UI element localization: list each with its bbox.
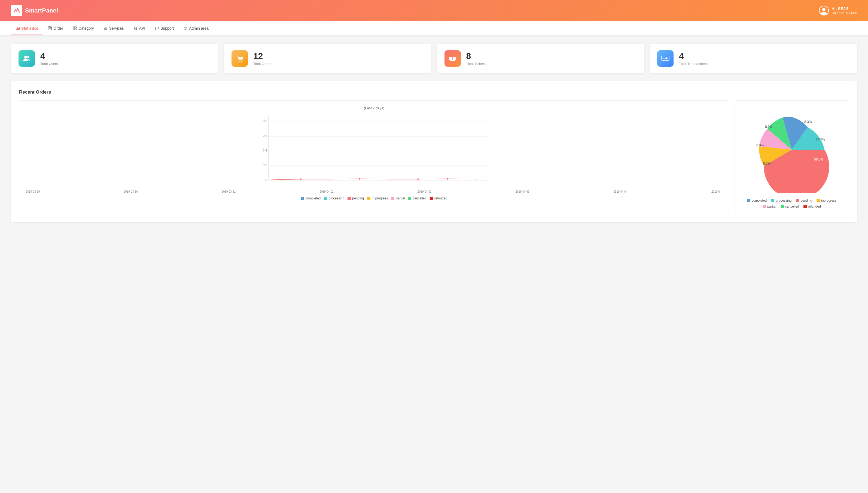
svg-point-39 xyxy=(359,178,360,179)
svg-rect-5 xyxy=(18,28,19,30)
pie-legend-refunded: refunded xyxy=(804,205,821,209)
nav-admin-label: Admin area xyxy=(189,26,209,30)
nav-statistics[interactable]: Statistics xyxy=(11,21,43,35)
svg-text:8.3%: 8.3% xyxy=(765,125,773,129)
legend-processing: processing xyxy=(324,196,344,200)
line-chart-area: 0 0.2 0.4 0.6 0.8 xyxy=(25,113,723,189)
svg-point-25 xyxy=(241,61,242,62)
orders-label: Total Orders xyxy=(253,62,272,66)
stat-card-transactions: 4 Total Transactions xyxy=(650,44,857,73)
line-chart-svg: 0 0.2 0.4 0.6 0.8 xyxy=(25,113,723,189)
pie-legend-partial: partial xyxy=(763,205,776,209)
legend-refunded-label: refunded xyxy=(435,196,447,200)
pie-legend-cancelled: cancelled xyxy=(781,205,799,209)
svg-rect-6 xyxy=(19,27,20,30)
logo: SmartPanel xyxy=(11,5,58,16)
nav-category-label: Category xyxy=(78,26,94,30)
x-label-4: 2019-04-02 xyxy=(418,190,431,193)
legend-pending: pending xyxy=(347,196,364,200)
x-label-1: 2019-03-30 xyxy=(124,190,138,193)
stat-card-users: 4 Total Users xyxy=(11,44,218,73)
transactions-count: 4 xyxy=(679,51,708,61)
main-content: 4 Total Users 12 Total Orders 8 Total Ti… xyxy=(0,36,868,231)
svg-point-40 xyxy=(417,178,419,180)
svg-rect-11 xyxy=(73,27,75,28)
nav-statistics-label: Statistics xyxy=(21,26,38,30)
legend-completed: completed xyxy=(301,196,321,200)
user-balance: Balance: $1,060 xyxy=(831,11,857,15)
cart-icon xyxy=(231,50,248,67)
svg-rect-14 xyxy=(75,28,77,30)
nav-order-label: Order xyxy=(54,26,63,30)
x-label-5: 2019-04-03 xyxy=(516,190,529,193)
svg-text:0: 0 xyxy=(265,178,267,181)
nav-order[interactable]: Order xyxy=(43,21,68,35)
svg-point-1 xyxy=(822,8,826,11)
user-greeting: Hi, SEJI! xyxy=(831,6,857,11)
chat-icon xyxy=(155,26,159,30)
svg-point-2 xyxy=(821,12,827,15)
users-icon xyxy=(19,50,35,67)
transactions-icon xyxy=(657,50,673,67)
nav-bar: Statistics Order Category Services API S… xyxy=(0,21,868,36)
svg-text:0.4: 0.4 xyxy=(263,149,267,152)
pie-legend-processing-label: processing xyxy=(776,199,791,202)
stat-card-orders: 12 Total Orders xyxy=(224,44,431,73)
pie-legend-inprogress-label: inprogress xyxy=(821,199,836,202)
transactions-label: Total Transactions xyxy=(679,62,708,66)
svg-rect-4 xyxy=(17,27,18,30)
svg-text:8.3%: 8.3% xyxy=(763,162,771,166)
orders-info: 12 Total Orders xyxy=(253,51,272,66)
pie-chart-box: 8.3% 16.7% 58.3% 8.3% 8.3% 8.3% complete… xyxy=(734,101,849,214)
legend-processing-label: processing xyxy=(328,196,344,200)
nav-category[interactable]: Category xyxy=(68,21,99,35)
tickets-count: 8 xyxy=(466,51,486,61)
nav-services-label: Services xyxy=(109,26,124,30)
nav-api[interactable]: API xyxy=(129,21,150,35)
svg-text:58.3%: 58.3% xyxy=(814,157,823,161)
svg-rect-3 xyxy=(16,28,17,30)
line-chart-box: (Last 7 days) 0 0.2 xyxy=(19,101,729,214)
legend-refunded: refunded xyxy=(430,196,447,200)
header: SmartPanel Hi, SEJI! Balance: $1,060 xyxy=(0,0,868,21)
legend-completed-label: completed xyxy=(306,196,321,200)
charts-section: Recent Orders (Last 7 days) xyxy=(11,81,857,222)
brand-name: SmartPanel xyxy=(25,7,58,14)
stat-card-tickets: 8 Total Tickets xyxy=(437,44,644,73)
legend-cancelled: cancelled xyxy=(408,196,426,200)
line-chart-legend: completed processing pending in progress xyxy=(25,196,723,200)
pie-chart-area: 8.3% 16.7% 58.3% 8.3% 8.3% 8.3% complete… xyxy=(740,106,843,209)
orders-count: 12 xyxy=(253,51,272,61)
line-chart-subtitle: (Last 7 days) xyxy=(25,106,723,110)
user-avatar-icon xyxy=(819,6,829,16)
users-info: 4 Total Users xyxy=(40,51,58,66)
svg-rect-13 xyxy=(73,28,75,30)
legend-cancelled-label: cancelled xyxy=(412,196,426,200)
svg-point-23 xyxy=(27,56,29,58)
legend-partial: partial xyxy=(391,196,405,200)
tickets-info: 8 Total Tickets xyxy=(466,51,486,66)
nav-services[interactable]: Services xyxy=(99,21,129,35)
nav-admin[interactable]: Admin area xyxy=(179,21,214,35)
x-label-0: 2019-03-29 xyxy=(26,190,40,193)
x-label-7: 2019-04- xyxy=(711,190,722,193)
tickets-label: Total Tickets xyxy=(466,62,486,66)
legend-inprogress: in progress xyxy=(367,196,388,200)
svg-rect-12 xyxy=(75,27,77,28)
logo-icon xyxy=(11,5,22,16)
users-count: 4 xyxy=(40,51,58,61)
svg-point-21 xyxy=(185,28,186,29)
svg-point-22 xyxy=(24,56,27,59)
pie-legend-inprogress: inprogress xyxy=(816,199,836,202)
nav-support[interactable]: Support xyxy=(150,21,179,35)
grid-icon xyxy=(73,26,77,30)
pie-legend-cancelled-label: cancelled xyxy=(785,205,799,209)
api-icon xyxy=(134,26,138,30)
list-icon xyxy=(104,26,107,30)
legend-partial-label: partial xyxy=(396,196,405,200)
x-label-3: 2019-04-01 xyxy=(320,190,334,193)
x-label-2: 2019-03-31 xyxy=(222,190,236,193)
pie-legend-pending: pending xyxy=(796,199,812,202)
nav-support-label: Support xyxy=(160,26,174,30)
x-axis-labels: 2019-03-29 2019-03-30 2019-03-31 2019-04… xyxy=(25,190,723,193)
